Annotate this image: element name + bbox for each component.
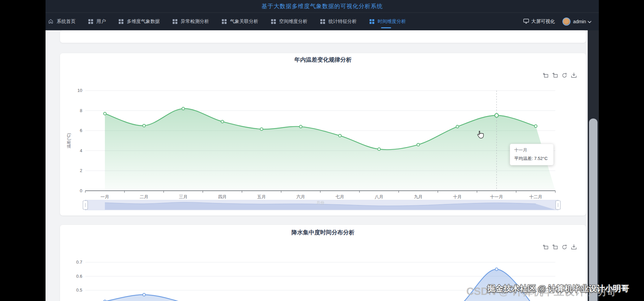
svg-text:三月: 三月: [179, 194, 187, 199]
svg-text:十月: 十月: [453, 194, 462, 199]
svg-text:10: 10: [78, 88, 82, 93]
svg-text:四月: 四月: [218, 194, 227, 199]
datazoom-icon[interactable]: [542, 72, 549, 79]
svg-text:七月: 七月: [335, 194, 344, 199]
nav-item-5[interactable]: 气象关联分析: [222, 13, 258, 30]
chart1-toolbox: [542, 72, 577, 79]
restore-icon[interactable]: [561, 244, 568, 250]
datazoom-reset-icon[interactable]: [552, 72, 558, 79]
svg-text:2: 2: [80, 168, 82, 173]
mouse-pointer-icon: [477, 131, 484, 140]
svg-text:十一月: 十一月: [490, 194, 503, 199]
restore-icon[interactable]: [561, 72, 568, 79]
home-icon: [48, 19, 53, 24]
svg-text:八月: 八月: [375, 194, 383, 199]
svg-text:4: 4: [80, 148, 82, 153]
big-screen-label: 大屏可视化: [531, 19, 555, 25]
page-content: 年内温差变化规律分析 0246810一月二月三月四月五月六月七月八月九月十月十一…: [46, 30, 588, 301]
datazoom-reset-icon[interactable]: [552, 244, 558, 250]
tooltip-category: 十一月: [514, 147, 549, 153]
save-image-icon[interactable]: [570, 72, 577, 79]
page-scrollbar[interactable]: [588, 30, 599, 301]
grid-icon: [370, 19, 374, 24]
grid-icon: [222, 19, 227, 24]
svg-text:0.7: 0.7: [76, 260, 82, 265]
big-screen-link[interactable]: 大屏可视化: [523, 19, 555, 25]
nav-item-label: 时间维度分析: [378, 19, 406, 25]
grid-icon: [88, 19, 93, 24]
username: admin: [573, 19, 586, 24]
svg-text:月份: 月份: [316, 200, 324, 205]
watermark-juejin: 掘金技术社区 @ 计算机毕业设计小明哥: [487, 283, 629, 294]
chart2-toolbox: [542, 244, 577, 250]
nav-item-2[interactable]: 用户: [88, 13, 106, 30]
svg-text:6: 6: [80, 128, 82, 133]
nav-item-label: 用户: [96, 19, 106, 25]
nav-item-3[interactable]: 多维度气象数据: [119, 13, 160, 30]
temperature-range-area-chart[interactable]: 0246810一月二月三月四月五月六月七月八月九月十月十一月十二月温差(°C)月…: [60, 53, 586, 215]
tooltip-value: 平均温差: 7.52°C: [514, 156, 549, 162]
nav-item-label: 空间维度分析: [279, 19, 308, 25]
menu-bar: 系统首页用户多维度气象数据异常检测分析气象关联分析空间维度分析统计特征分析时间维…: [46, 13, 599, 30]
datazoom-icon[interactable]: [542, 244, 549, 250]
nav-item-label: 气象关联分析: [230, 19, 258, 25]
nav-item-label: 多维度气象数据: [127, 19, 160, 25]
chevron-down-icon: [588, 19, 591, 24]
grid-icon: [173, 19, 177, 24]
svg-text:二月: 二月: [140, 194, 148, 199]
temperature-range-chart-card: 年内温差变化规律分析 0246810一月二月三月四月五月六月七月八月九月十月十一…: [60, 53, 586, 215]
grid-icon: [271, 19, 276, 24]
nav-item-1[interactable]: 系统首页: [48, 13, 76, 30]
svg-text:五月: 五月: [257, 194, 266, 199]
navbar-right: 大屏可视化 admin: [523, 18, 591, 26]
svg-text:十二月: 十二月: [529, 194, 542, 199]
grid-icon: [320, 19, 325, 24]
svg-text:九月: 九月: [414, 194, 422, 199]
previous-chart-card-clipped: [60, 30, 586, 43]
monitor-icon: [523, 19, 529, 25]
nav-item-label: 统计特征分析: [328, 19, 357, 25]
nav-item-7[interactable]: 统计特征分析: [320, 13, 357, 30]
navbar: 基于大数据多维度气象数据的可视化分析系统 系统首页用户多维度气象数据异常检测分析…: [46, 0, 599, 30]
app-window: 基于大数据多维度气象数据的可视化分析系统 系统首页用户多维度气象数据异常检测分析…: [46, 0, 599, 301]
nav-item-6[interactable]: 空间维度分析: [271, 13, 308, 30]
svg-text:温差(°C): 温差(°C): [66, 133, 71, 148]
active-tab-underline: [381, 27, 391, 28]
svg-text:0: 0: [80, 188, 82, 193]
svg-text:0.5: 0.5: [76, 288, 82, 293]
title-bar: 基于大数据多维度气象数据的可视化分析系统: [46, 0, 599, 13]
chart-tooltip: 十一月 平均温差: 7.52°C: [510, 144, 554, 165]
user-menu[interactable]: admin: [573, 19, 591, 24]
svg-text:六月: 六月: [296, 194, 305, 199]
nav-item-label: 异常检测分析: [181, 19, 209, 25]
screen: 基于大数据多维度气象数据的可视化分析系统 系统首页用户多维度气象数据异常检测分析…: [0, 0, 644, 301]
grid-icon: [119, 19, 123, 24]
app-title: 基于大数据多维度气象数据的可视化分析系统: [262, 2, 383, 10]
nav-item-label: 系统首页: [57, 19, 76, 25]
svg-text:8: 8: [80, 108, 82, 113]
avatar[interactable]: [562, 18, 570, 26]
svg-text:0.6: 0.6: [76, 274, 82, 279]
save-image-icon[interactable]: [570, 244, 577, 250]
nav-item-8[interactable]: 时间维度分析: [370, 13, 406, 30]
scrollbar-thumb[interactable]: [589, 119, 597, 301]
svg-text:一月: 一月: [100, 194, 109, 199]
nav-item-4[interactable]: 异常检测分析: [173, 13, 209, 30]
